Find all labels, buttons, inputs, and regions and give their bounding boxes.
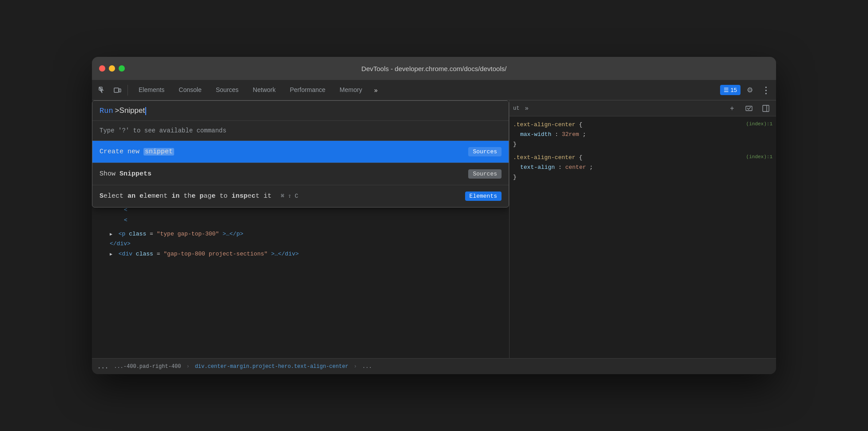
breadcrumb-item-3[interactable]: ... — [362, 363, 372, 370]
tab-performance[interactable]: Performance — [283, 80, 332, 100]
maximize-button[interactable] — [119, 65, 125, 72]
svg-rect-1 — [114, 88, 119, 92]
customize-icon[interactable]: ⋮ — [759, 84, 772, 97]
settings-icon[interactable]: ⚙ — [743, 84, 757, 97]
tab-memory[interactable]: Memory — [333, 80, 370, 100]
add-style-rule-icon[interactable]: + — [725, 102, 739, 115]
shortcut: ⌘ ⇧ C — [281, 193, 298, 200]
expand-icon[interactable]: ▶ — [110, 231, 115, 238]
devtools-window: DevTools - developer.chrome.com/docs/dev… — [92, 57, 776, 374]
tab-elements[interactable]: Elements — [131, 80, 171, 100]
result-label: Create new snippet — [100, 148, 468, 156]
new-style-rule-icon[interactable] — [742, 102, 756, 115]
command-input-row[interactable]: Run >Snippet — [92, 101, 509, 121]
issues-badge-button[interactable]: ☰ 15 — [720, 85, 741, 95]
css-styles: .text-align-center { (index):1 max-width… — [510, 116, 776, 186]
sources-badge-1[interactable]: Sources — [468, 147, 502, 156]
svg-rect-3 — [746, 106, 752, 111]
issues-icon: ☰ — [724, 87, 729, 93]
main-content: ... score banne ▶ <div etwe... p-300 — [92, 100, 776, 358]
title-bar: DevTools - developer.chrome.com/docs/dev… — [92, 57, 776, 80]
css-source-2: (index):1 — [746, 153, 772, 161]
html-line: ▶ <p class = "type gap-top-300" >…</p> — [92, 229, 509, 239]
css-block-2: .text-align-center { (index):1 text-alig… — [513, 153, 772, 182]
output-label: ut — [513, 105, 519, 112]
styles-toolbar: ut » + — [510, 100, 776, 116]
expand-icon[interactable]: ▶ — [110, 251, 115, 258]
html-line: ▶ <div class = "gap-top-800 project-sect… — [92, 249, 509, 259]
result-label: Show Snippets — [100, 170, 468, 178]
toolbar-right: ☰ 15 ⚙ ⋮ — [720, 84, 772, 97]
result-label: Select an element in the page to inspect… — [100, 192, 465, 200]
html-line: < — [92, 216, 509, 226]
device-toolbar-icon[interactable] — [111, 84, 124, 97]
run-label: Run — [100, 107, 113, 115]
tab-sources[interactable]: Sources — [209, 80, 246, 100]
sources-badge-2[interactable]: Sources — [468, 169, 502, 179]
command-result-select-element[interactable]: Select an element in the page to inspect… — [92, 185, 509, 207]
svg-rect-4 — [763, 105, 769, 112]
toolbar-separator-1 — [127, 85, 128, 96]
window-title: DevTools - developer.chrome.com/docs/dev… — [362, 65, 507, 72]
close-button[interactable] — [99, 65, 105, 72]
more-icon: » — [525, 105, 528, 112]
css-block: .text-align-center { (index):1 max-width… — [513, 120, 772, 149]
breadcrumb-item-1[interactable]: ...-400.pad-right-400 — [114, 363, 181, 370]
text-cursor — [145, 107, 146, 115]
traffic-lights — [99, 65, 125, 72]
elements-panel: ... score banne ▶ <div etwe... p-300 — [92, 100, 510, 358]
command-hint: Type '?' to see available commands — [92, 121, 509, 141]
dots-menu-button[interactable]: ... — [97, 363, 108, 370]
css-source: (index):1 — [746, 120, 772, 128]
devtools-toolbar: Elements Console Sources Network Perform… — [92, 80, 776, 100]
breadcrumb-item-2[interactable]: div.center-margin.project-hero.text-alig… — [195, 363, 349, 370]
command-result-show-snippets[interactable]: Show Snippets Sources — [92, 163, 509, 185]
html-line: </div> — [92, 239, 509, 249]
minimize-button[interactable] — [109, 65, 115, 72]
bottom-bar: ... ...-400.pad-right-400 › div.center-m… — [92, 358, 776, 374]
toggle-sidebar-icon[interactable] — [759, 102, 772, 115]
tab-network[interactable]: Network — [246, 80, 283, 100]
main-tabs: Elements Console Sources Network Perform… — [131, 80, 718, 100]
command-result-create-snippet[interactable]: Create new snippet Sources — [92, 141, 509, 163]
styles-panel: ut » + — [510, 100, 776, 358]
svg-rect-2 — [119, 89, 121, 92]
command-palette: Run >Snippet Type '?' to see available c… — [92, 100, 509, 208]
elements-badge[interactable]: Elements — [465, 192, 502, 201]
more-tabs-icon[interactable]: » — [369, 84, 382, 97]
inspect-element-icon[interactable] — [96, 84, 109, 97]
command-input[interactable]: >Snippet — [115, 106, 147, 115]
tab-console[interactable]: Console — [171, 80, 208, 100]
